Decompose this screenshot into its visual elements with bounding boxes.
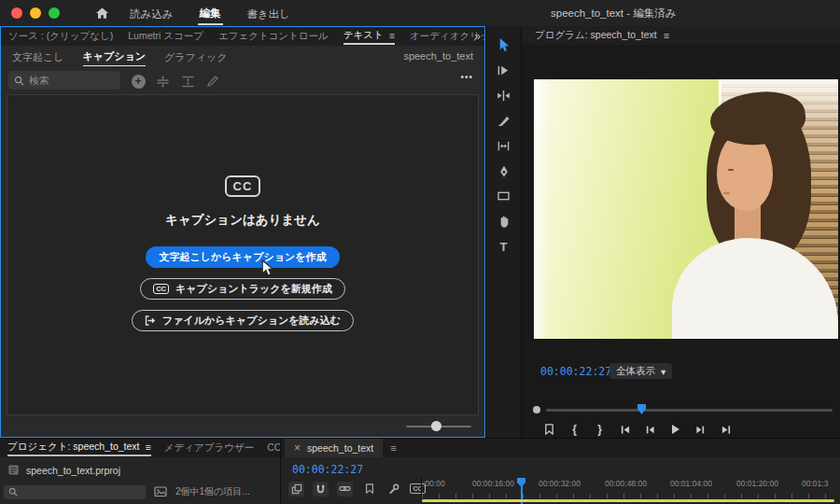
window-zoom-button[interactable] [49,7,60,19]
slider-knob[interactable] [431,421,441,431]
menu-export[interactable]: 書き出し [245,3,293,24]
panel-menu-icon[interactable]: ≡ [146,441,151,453]
program-playhead-icon[interactable] [637,404,646,414]
ruler-label: 00:01:20:00 [736,479,778,488]
list-view-icon[interactable] [154,486,167,497]
type-tool-icon[interactable]: T [492,237,516,256]
ruler-label: 00:00:32:00 [539,479,581,488]
rectangle-tool-icon[interactable] [492,187,516,205]
home-icon[interactable] [95,7,109,20]
panel-group-tabstrip: ソース : (クリップなし) Lumetri スコープ エフェクトコントロール … [1,27,484,46]
mouse-cursor [261,259,273,277]
step-forward-icon[interactable] [693,423,707,436]
track-select-forward-tool-icon[interactable] [492,61,516,79]
tab-captions[interactable]: キャプション [83,46,147,67]
linked-selection-icon[interactable] [337,482,353,497]
project-search-input[interactable] [21,487,141,497]
menu-import[interactable]: 読み込み [128,3,175,24]
tab-source-monitor[interactable]: ソース : (クリップなし) [8,30,113,43]
tab-transcript[interactable]: 文字起こし [12,47,64,66]
project-panel-tabstrip: プロジェクト: speech_to_text ≡ メディアブラウザー CC ラ [0,439,280,457]
tools-toolbar: T [486,26,521,438]
tab-project-label: プロジェクト: speech_to_text [7,441,140,454]
add-caption-icon[interactable]: + [130,73,147,90]
go-to-out-icon[interactable] [719,423,733,436]
program-transport-controls: { } [542,422,733,437]
captions-toolbar: + ••• [1,66,484,94]
slip-tool-icon[interactable] [492,136,516,155]
captions-search-box[interactable] [8,71,120,90]
mark-in-icon[interactable]: { [567,423,581,436]
ruler-ticks [422,494,840,498]
merge-captions-icon[interactable] [179,73,196,90]
program-monitor-panel: プログラム: speech_to_text ≡ 00:00:22:27 全体表示… [522,26,840,438]
tab-audio-clip-mixer[interactable]: オーディオクリップミ [410,30,484,43]
program-scrubber[interactable] [522,403,840,416]
program-video-frame [534,79,838,339]
ruler-label: 00:00:16:00 [472,479,514,488]
program-monitor-tab[interactable]: プログラム: speech_to_text ≡ [522,26,840,45]
tab-text-panel[interactable]: テキスト≡ [343,29,395,45]
hand-tool-icon[interactable] [492,212,516,231]
video-person-mouth [723,192,730,194]
project-search-box[interactable] [4,485,146,499]
panel-more-menu-icon[interactable]: ••• [460,72,473,82]
tab-effect-controls[interactable]: エフェクトコントロール [218,30,329,43]
scrubber-track[interactable] [546,409,833,412]
captions-search-input[interactable] [29,75,115,86]
project-item-row[interactable]: speech_to_text.prproj [7,464,120,476]
ripple-edit-tool-icon[interactable] [492,86,516,105]
import-captions-from-file-button[interactable]: ファイルからキャプションを読み込む [132,310,354,331]
razor-tool-icon[interactable] [492,111,516,130]
text-panel-group: ソース : (クリップなし) Lumetri スコープ エフェクトコントロール … [0,26,485,438]
panel-menu-icon[interactable]: ≡ [389,30,395,41]
import-icon [145,315,156,326]
edit-pencil-icon[interactable] [204,73,221,90]
caption-zoom-slider[interactable] [406,421,471,432]
tab-graphics[interactable]: グラフィック [164,47,228,66]
titlebar: 読み込み 編集 書き出し speech_to_text - 編集済み [0,0,840,26]
window-controls [0,7,71,19]
ruler-label: 00:01:04:00 [670,479,712,488]
tab-overflow-icon[interactable]: » [474,30,481,43]
window-close-button[interactable] [11,7,22,19]
captions-footer [1,416,484,437]
pen-tool-icon[interactable] [492,161,516,180]
video-person-eye [728,169,734,171]
create-caption-track-button[interactable]: CC キャプショントラックを新規作成 [140,278,345,300]
project-panel: プロジェクト: speech_to_text ≡ メディアブラウザー CC ラ … [0,439,280,504]
split-caption-icon[interactable] [154,73,171,90]
panel-menu-icon[interactable]: ≡ [664,30,669,41]
nest-sequence-icon[interactable] [288,482,304,497]
scrubber-zoom-handle[interactable] [533,406,540,413]
timeline-sequence-tab[interactable]: × speech_to_text [285,439,383,457]
program-zoom-select[interactable]: 全体表示 ▾ [609,363,672,379]
timeline-add-marker-icon[interactable] [361,482,377,497]
go-to-in-icon[interactable] [618,423,632,436]
panel-menu-icon[interactable]: ≡ [390,442,396,454]
create-captions-from-transcript-button[interactable]: 文字起こしからキャプションを作成 [146,246,341,268]
timeline-timecode: 00:00:22:27 [292,463,363,476]
ruler-label: 00:01:3 [802,479,828,488]
cc-mini-icon: CC [153,284,169,295]
type-tool-glyph: T [500,240,508,254]
tab-lumetri-scopes[interactable]: Lumetri スコープ [128,30,203,43]
timeline-settings-wrench-icon[interactable] [385,482,401,497]
tab-cc-libraries[interactable]: CC ラ [267,441,280,455]
selection-tool-icon[interactable] [492,35,516,54]
snap-magnet-icon[interactable] [313,482,329,497]
window-minimize-button[interactable] [30,7,41,19]
timeline-ruler[interactable]: :00:00 00:00:16:00 00:00:32:00 00:00:48:… [421,476,840,498]
import-captions-label: ファイルからキャプションを読み込む [162,314,341,328]
step-back-icon[interactable] [643,423,657,436]
play-icon[interactable] [668,423,682,436]
cc-badge-icon: CC [225,175,261,197]
add-marker-icon[interactable] [542,423,556,436]
project-selection-status: 2個中1個の項目... [175,485,250,498]
close-icon[interactable]: × [294,441,301,455]
tab-project[interactable]: プロジェクト: speech_to_text ≡ [7,441,151,456]
mark-out-icon[interactable]: } [593,423,607,436]
menu-edit[interactable]: 編集 [198,2,223,25]
ruler-label: :00:00 [423,479,445,488]
tab-media-browser[interactable]: メディアブラウザー [164,441,254,455]
